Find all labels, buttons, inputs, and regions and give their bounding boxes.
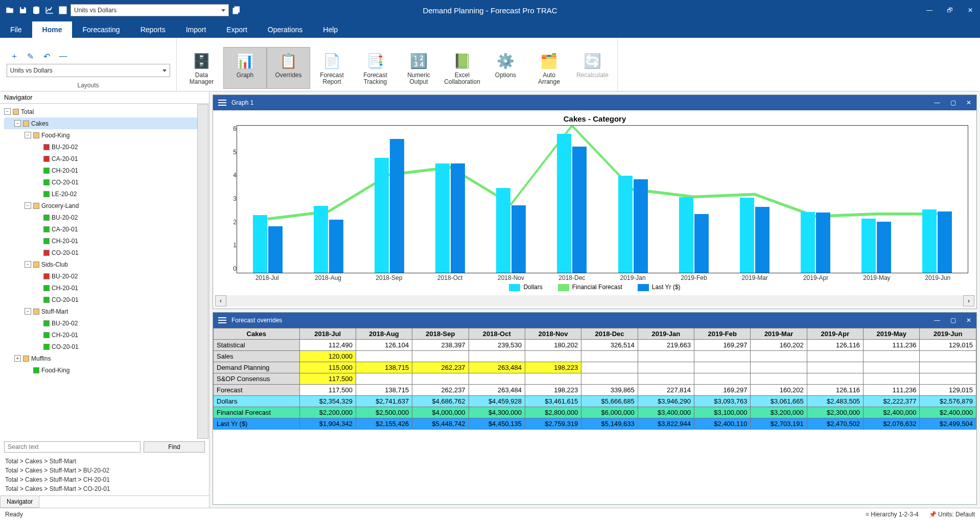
save-icon[interactable]: [17, 5, 29, 16]
override-cell[interactable]: $2,500,000: [356, 407, 412, 418]
override-cell[interactable]: 227,814: [638, 385, 694, 396]
panel-maximize-icon[interactable]: ▢: [950, 317, 956, 324]
tree-node[interactable]: BU-20-02: [4, 211, 207, 223]
expand-icon[interactable]: −: [25, 132, 31, 138]
tree-node[interactable]: CH-20-01: [4, 164, 207, 176]
ribbon-graph[interactable]: 📊Graph: [223, 47, 267, 89]
override-cell[interactable]: $2,800,000: [525, 407, 581, 418]
expand-icon[interactable]: +: [14, 355, 21, 362]
override-cell[interactable]: $5,149,633: [581, 418, 638, 430]
override-cell[interactable]: 160,202: [751, 340, 807, 351]
overrides-table[interactable]: Cakes2018-Jul2018-Aug2018-Sep2018-Oct201…: [213, 328, 976, 430]
override-cell[interactable]: [412, 351, 469, 362]
override-cell[interactable]: [807, 362, 863, 373]
ribbon-forecast-report[interactable]: 📄ForecastReport: [310, 47, 354, 89]
override-cell[interactable]: 126,104: [356, 340, 412, 351]
override-cell[interactable]: 219,663: [638, 340, 694, 351]
menu-help[interactable]: Help: [313, 21, 348, 38]
tree-node[interactable]: CA-20-01: [4, 153, 207, 164]
panel-menu-icon[interactable]: [218, 100, 226, 106]
override-cell[interactable]: 117,500: [299, 373, 356, 385]
path-item[interactable]: Total > Cakes > Stuff-Mart > CH-20-01: [5, 475, 204, 484]
tree-node[interactable]: BU-20-02: [4, 141, 207, 153]
override-cell[interactable]: 180,202: [525, 340, 581, 351]
override-cell[interactable]: $2,470,502: [807, 418, 863, 430]
override-cell[interactable]: [638, 362, 694, 373]
override-cell[interactable]: [807, 351, 863, 362]
layout-selector-top[interactable]: Units vs Dollars: [71, 4, 229, 16]
tree-node[interactable]: CA-20-01: [4, 223, 207, 235]
override-cell[interactable]: [694, 362, 751, 373]
bar-group[interactable]: [298, 126, 359, 273]
tree-node[interactable]: CO-20-01: [4, 247, 207, 258]
chart-plot[interactable]: 2018-Jul2018-Aug2018-Sep2018-Oct2018-Nov…: [237, 125, 968, 281]
bar-group[interactable]: [359, 126, 419, 273]
tree-node[interactable]: − Total: [4, 106, 207, 117]
override-cell[interactable]: [356, 373, 412, 385]
panel-maximize-icon[interactable]: ▢: [950, 99, 956, 106]
override-cell[interactable]: $5,448,742: [412, 418, 469, 430]
override-cell[interactable]: $5,666,685: [581, 396, 638, 407]
close-icon[interactable]: ✕: [965, 5, 976, 16]
tree-node[interactable]: − Grocery-Land: [4, 200, 207, 211]
override-cell[interactable]: 129,015: [920, 385, 976, 396]
override-cell[interactable]: 129,015: [920, 340, 976, 351]
override-cell[interactable]: [694, 373, 751, 385]
override-cell[interactable]: $2,200,000: [299, 407, 356, 418]
override-cell[interactable]: $3,946,290: [638, 396, 694, 407]
tree-node[interactable]: − Cakes: [4, 117, 207, 129]
menu-forecasting[interactable]: Forecasting: [72, 21, 130, 38]
menu-file[interactable]: File: [0, 21, 32, 38]
override-cell[interactable]: $3,822,944: [638, 418, 694, 430]
bar-group[interactable]: [602, 126, 663, 273]
override-cell[interactable]: 326,514: [581, 340, 638, 351]
override-cell[interactable]: $2,703,191: [751, 418, 807, 430]
tree-node[interactable]: Food-King: [4, 364, 207, 376]
panel-minimize-icon[interactable]: —: [934, 99, 940, 106]
layout-selector-ribbon[interactable]: Units vs Dollars: [7, 64, 170, 77]
override-cell[interactable]: 198,223: [525, 385, 581, 396]
override-cell[interactable]: 263,484: [469, 362, 525, 373]
override-cell[interactable]: 120,000: [299, 351, 356, 362]
path-item[interactable]: Total > Cakes > Stuff-Mart > BU-20-02: [5, 466, 204, 475]
override-cell[interactable]: $2,499,504: [920, 418, 976, 430]
override-cell[interactable]: [412, 373, 469, 385]
override-cell[interactable]: [751, 373, 807, 385]
bar-group[interactable]: [724, 126, 785, 273]
expand-icon[interactable]: −: [25, 202, 31, 209]
override-cell[interactable]: $2,759,319: [525, 418, 581, 430]
undo-layout-icon[interactable]: ↶: [42, 52, 52, 61]
ribbon-excel-collaboration[interactable]: 📗ExcelCollaboration: [440, 47, 484, 89]
ribbon-data-manager[interactable]: 🗄️DataManager: [180, 47, 223, 89]
tree-node[interactable]: − Sids-Club: [4, 258, 207, 270]
override-cell[interactable]: [638, 373, 694, 385]
override-cell[interactable]: [807, 373, 863, 385]
tree-node[interactable]: + Muffins: [4, 352, 207, 364]
override-cell[interactable]: $3,061,665: [751, 396, 807, 407]
override-cell[interactable]: 262,237: [412, 385, 469, 396]
ribbon-numeric-output[interactable]: 🔢NumericOutput: [397, 47, 440, 89]
override-cell[interactable]: 112,490: [299, 340, 356, 351]
override-cell[interactable]: 169,297: [694, 385, 751, 396]
bar-group[interactable]: [237, 126, 298, 273]
override-cell[interactable]: 138,715: [356, 362, 412, 373]
override-cell[interactable]: [525, 373, 581, 385]
override-cell[interactable]: $1,904,342: [299, 418, 356, 430]
override-cell[interactable]: [581, 362, 638, 373]
override-cell[interactable]: $3,461,615: [525, 396, 581, 407]
override-cell[interactable]: 126,116: [807, 340, 863, 351]
override-cell[interactable]: $2,155,426: [356, 418, 412, 430]
override-cell[interactable]: 138,715: [356, 385, 412, 396]
override-cell[interactable]: $2,400,000: [920, 407, 976, 418]
path-item[interactable]: Total > Cakes > Stuff-Mart: [5, 457, 204, 466]
add-layout-icon[interactable]: ＋: [10, 52, 19, 61]
override-cell[interactable]: $4,686,762: [412, 396, 469, 407]
override-cell[interactable]: 339,865: [581, 385, 638, 396]
override-cell[interactable]: 126,116: [807, 385, 863, 396]
navigator-tab[interactable]: Navigator: [0, 496, 39, 508]
override-cell[interactable]: $2,300,000: [807, 407, 863, 418]
status-units-icon[interactable]: 📌 Units: Default: [929, 511, 975, 518]
override-cell[interactable]: 160,202: [751, 385, 807, 396]
bar-group[interactable]: [420, 126, 481, 273]
expand-icon[interactable]: −: [25, 308, 31, 315]
